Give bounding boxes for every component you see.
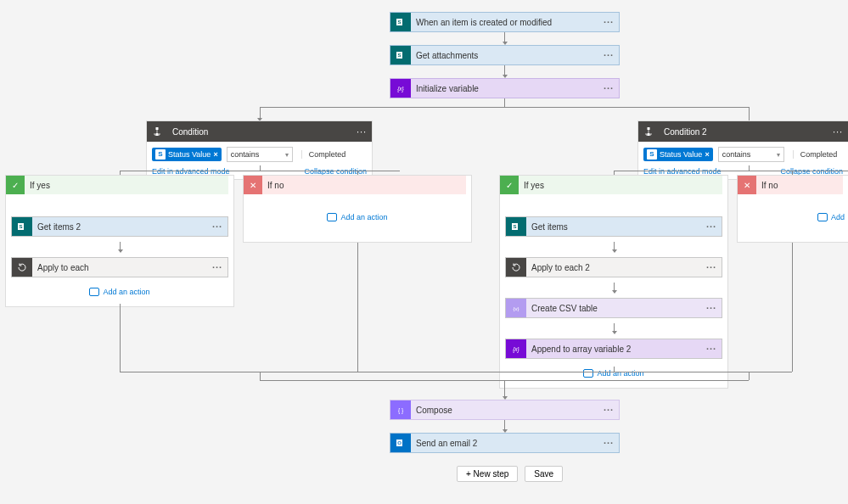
operator-dropdown[interactable]: contains ▾: [227, 147, 293, 162]
ellipsis-icon[interactable]: ···: [828, 126, 848, 137]
ellipsis-icon[interactable]: ···: [207, 221, 227, 232]
new-step-button[interactable]: + New step: [457, 466, 518, 482]
condition-value: Completed: [793, 150, 838, 159]
svg-text:{x}: {x}: [397, 86, 404, 92]
sharepoint-icon: S: [390, 46, 411, 64]
branch-header: ✕ If no: [738, 176, 848, 194]
plus-icon: [817, 213, 828, 221]
tag-text: Status Value: [168, 148, 211, 160]
sharepoint-icon: S: [390, 13, 411, 31]
check-icon: ✓: [500, 176, 519, 194]
branch-if-yes-1: ✓ If yes S Get items 2 ··· Apply to each…: [5, 175, 234, 307]
loop-icon: [506, 258, 526, 277]
add-action-link[interactable]: Add an action: [327, 213, 387, 221]
svg-text:{ }: { }: [398, 407, 404, 414]
arrow-connector: [120, 242, 121, 252]
connector-line: [504, 98, 505, 107]
condition-expression: S Status Value × contains ▾ Completed: [638, 142, 848, 167]
operator-value: contains: [231, 150, 260, 159]
ellipsis-icon[interactable]: ···: [701, 262, 722, 272]
compose-step[interactable]: { } Compose ···: [390, 400, 620, 420]
operator-dropdown[interactable]: contains ▾: [718, 147, 784, 162]
step-label: Append to array variable 2: [526, 344, 701, 354]
svg-text:O: O: [397, 440, 402, 445]
apply-to-each-2-step[interactable]: Apply to each 2 ···: [505, 257, 722, 277]
get-items-step[interactable]: S Get items ···: [505, 216, 722, 237]
step-label: Apply to each: [32, 263, 207, 272]
create-csv-step[interactable]: {v} Create CSV table ···: [505, 298, 722, 318]
ellipsis-icon[interactable]: ···: [351, 126, 372, 137]
step-label: Get items 2: [32, 222, 207, 232]
connector-line: [120, 304, 121, 372]
add-action-row: Add an action: [6, 283, 233, 306]
flow-footer-buttons: + New step Save: [457, 466, 563, 482]
chevron-down-icon: ▾: [777, 151, 780, 159]
send-email-step[interactable]: O Send an email 2 ···: [390, 433, 620, 453]
connector-line: [749, 107, 750, 120]
compose-label: Compose: [411, 406, 598, 415]
svg-text:S: S: [397, 20, 401, 25]
dynamic-content-tag[interactable]: S Status Value ×: [643, 148, 713, 161]
ellipsis-icon[interactable]: ···: [598, 438, 619, 448]
check-icon: ✓: [6, 176, 25, 194]
compose-icon: { }: [390, 400, 411, 419]
trigger-step[interactable]: S When an item is created or modified ··…: [390, 12, 620, 32]
close-icon[interactable]: ×: [705, 148, 709, 160]
operator-value: contains: [722, 150, 751, 159]
svg-text:S: S: [513, 224, 516, 229]
ellipsis-icon[interactable]: ···: [598, 17, 619, 27]
connector-line: [357, 243, 358, 372]
arrow-connector: [614, 323, 615, 333]
plus-icon: [327, 213, 337, 221]
step-label: Get items: [526, 222, 701, 232]
send-email-label: Send an email 2: [411, 439, 598, 448]
apply-to-each-step[interactable]: Apply to each ···: [11, 257, 228, 277]
condition-icon: [638, 126, 659, 137]
get-attachments-step[interactable]: S Get attachments ···: [390, 45, 620, 65]
svg-rect-5: [156, 127, 159, 130]
ellipsis-icon[interactable]: ···: [701, 221, 722, 232]
table-icon: {v}: [506, 299, 526, 317]
add-action-link[interactable]: Add an action: [89, 288, 149, 296]
trigger-label: When an item is created or modified: [411, 18, 598, 27]
arrow-connector: [614, 242, 615, 252]
ellipsis-icon[interactable]: ···: [207, 262, 227, 272]
dynamic-content-tag[interactable]: S Status Value ×: [152, 148, 222, 161]
ellipsis-icon[interactable]: ···: [701, 303, 722, 313]
append-array-step[interactable]: {x} Append to array variable 2 ···: [505, 339, 722, 359]
svg-text:S: S: [397, 53, 401, 58]
arrow-connector: [614, 283, 615, 293]
initialize-variable-step[interactable]: {x} Initialize variable ···: [390, 78, 620, 98]
add-action-row: Add: [738, 194, 848, 232]
sharepoint-icon: S: [155, 149, 166, 160]
chevron-down-icon: ▾: [285, 151, 289, 159]
get-attachments-label: Get attachments: [411, 51, 598, 60]
loop-icon: [12, 258, 32, 277]
branch-header: ✓ If yes: [6, 176, 233, 194]
add-action-row: Add an action: [244, 194, 471, 232]
save-button[interactable]: Save: [525, 466, 563, 482]
arrow-connector: [504, 65, 505, 77]
branch-header: ✓ If yes: [500, 176, 727, 194]
svg-rect-8: [648, 133, 650, 136]
branch-title: If no: [262, 176, 466, 194]
step-label: Apply to each 2: [526, 263, 701, 272]
ellipsis-icon[interactable]: ···: [598, 50, 619, 60]
step-label: Create CSV table: [526, 304, 701, 313]
add-action-link[interactable]: Add: [817, 213, 845, 221]
close-icon: ✕: [244, 176, 262, 194]
branch-title: If yes: [519, 176, 722, 194]
close-icon[interactable]: ×: [213, 148, 217, 160]
condition-title: Condition: [167, 127, 351, 137]
ellipsis-icon[interactable]: ···: [598, 405, 619, 415]
branch-header: ✕ If no: [244, 176, 471, 194]
connector-line: [614, 171, 848, 171]
ellipsis-icon[interactable]: ···: [701, 344, 722, 354]
connector-line: [120, 372, 504, 372]
ellipsis-icon[interactable]: ···: [598, 83, 619, 93]
svg-rect-7: [648, 127, 650, 130]
sharepoint-icon: S: [12, 217, 32, 236]
get-items-2-step[interactable]: S Get items 2 ···: [11, 216, 228, 237]
connector-line: [260, 107, 749, 108]
svg-text:S: S: [19, 224, 22, 229]
